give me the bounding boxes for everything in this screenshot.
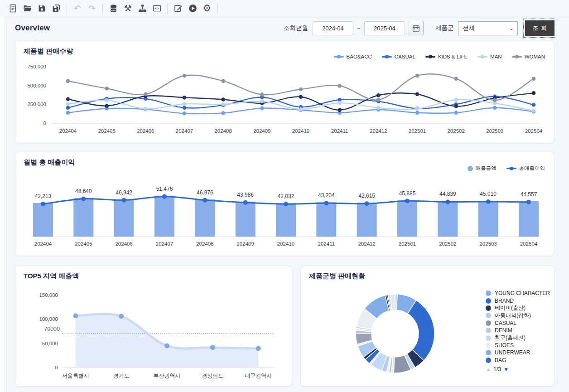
edit-icon[interactable] (171, 2, 185, 15)
legend-item-CASUAL[interactable]: CASUAL (486, 319, 550, 327)
tools-icon[interactable]: ⚒ (121, 2, 135, 15)
bar-202502[interactable] (438, 201, 458, 237)
data-point[interactable] (486, 199, 491, 204)
calendar-button[interactable] (409, 21, 424, 35)
data-point[interactable] (105, 98, 109, 102)
data-point[interactable] (532, 77, 536, 81)
save-icon[interactable] (34, 2, 49, 15)
data-point[interactable] (162, 194, 167, 199)
data-point[interactable] (454, 111, 458, 115)
legend-item-BRAND[interactable]: BRAND (486, 297, 550, 304)
data-point[interactable] (66, 111, 70, 115)
data-point[interactable] (210, 345, 215, 350)
bar-202504[interactable] (519, 201, 539, 237)
data-point[interactable] (183, 111, 187, 116)
data-point[interactable] (415, 92, 420, 97)
data-point[interactable] (66, 79, 70, 83)
bar-202408[interactable] (195, 199, 215, 237)
legend-item-아동내의(잡화)[interactable]: 아동내의(잡화) (486, 312, 550, 319)
legend-item-WOMAN[interactable]: WOMAN (512, 54, 545, 59)
legend-item-침구(홈패션)[interactable]: 침구(홈패션) (486, 334, 550, 341)
run-icon[interactable] (185, 2, 200, 15)
data-point[interactable] (221, 79, 225, 83)
data-point[interactable] (105, 104, 109, 108)
legend-item-BAG&ACC[interactable]: BAG&ACC (334, 54, 372, 59)
code-icon[interactable]: </> (149, 2, 164, 15)
data-point[interactable] (183, 96, 187, 100)
data-point[interactable] (221, 102, 225, 106)
bar-202410[interactable] (276, 203, 296, 237)
date-to-input[interactable] (364, 21, 405, 35)
bar-202406[interactable] (114, 199, 134, 237)
data-point[interactable] (493, 106, 497, 110)
data-point[interactable] (405, 199, 410, 203)
data-point[interactable] (324, 201, 328, 205)
data-point[interactable] (376, 98, 381, 102)
bar-202404[interactable] (33, 203, 53, 237)
bar-202501[interactable] (397, 200, 417, 237)
data-point[interactable] (532, 103, 536, 107)
legend-item-매출금액[interactable]: 매출금액 (468, 165, 497, 172)
data-point[interactable] (119, 314, 124, 319)
data-point[interactable] (260, 99, 264, 103)
data-point[interactable] (144, 107, 148, 111)
legend-item-SHOES[interactable]: SHOES (486, 342, 550, 349)
data-point[interactable] (105, 87, 109, 91)
legend-item-UNDERWEAR[interactable]: UNDERWEAR (486, 349, 550, 356)
data-point[interactable] (299, 95, 303, 99)
data-point[interactable] (299, 87, 303, 92)
data-point[interactable] (183, 102, 187, 106)
data-point[interactable] (183, 106, 187, 110)
data-point[interactable] (164, 344, 169, 348)
legend-item-KIDS & LIFE[interactable]: KIDS & LIFE (425, 54, 468, 59)
data-point[interactable] (73, 313, 78, 318)
bar-202412[interactable] (357, 203, 377, 237)
data-point[interactable] (260, 106, 264, 110)
data-point[interactable] (284, 202, 288, 206)
data-point[interactable] (415, 111, 420, 115)
data-point[interactable] (415, 107, 420, 111)
data-point[interactable] (81, 197, 86, 201)
data-point[interactable] (144, 92, 148, 97)
legend-item-MAN[interactable]: MAN (477, 54, 502, 59)
legend-item-DENIM[interactable]: DENIM (486, 327, 550, 334)
page-down-icon[interactable]: ▼ (503, 366, 509, 373)
data-point[interactable] (299, 107, 303, 111)
product-select[interactable]: 전체 ⌄ (458, 21, 518, 35)
data-point[interactable] (532, 109, 536, 113)
legend-item-CASUAL[interactable]: CASUAL (382, 54, 415, 59)
open-folder-icon[interactable] (20, 2, 34, 15)
search-button[interactable]: 조 회 (525, 20, 555, 36)
data-point[interactable] (256, 346, 261, 351)
bar-202409[interactable] (236, 202, 256, 237)
date-from-input[interactable] (313, 21, 353, 35)
database-icon[interactable] (106, 2, 121, 15)
data-point[interactable] (338, 84, 342, 88)
data-point[interactable] (66, 102, 70, 106)
data-point[interactable] (338, 101, 342, 105)
data-point[interactable] (243, 200, 248, 205)
data-point[interactable] (41, 202, 45, 206)
bar-202411[interactable] (316, 202, 336, 237)
data-point[interactable] (183, 74, 187, 78)
data-point[interactable] (454, 104, 458, 108)
settings-icon[interactable]: ⚙ (200, 2, 214, 15)
data-point[interactable] (376, 93, 381, 97)
data-point[interactable] (221, 97, 225, 102)
data-point[interactable] (338, 108, 342, 112)
data-point[interactable] (260, 92, 264, 97)
legend-item-YOUNG CHARACTER[interactable]: YOUNG CHARACTER (486, 290, 550, 297)
data-point[interactable] (454, 98, 458, 102)
legend-item-총매출이익[interactable]: 총매출이익 (506, 165, 545, 172)
legend-item-BAG[interactable]: BAG (486, 357, 550, 364)
page-up-icon[interactable]: ▲ (486, 366, 491, 373)
legend-item-베이비(출산)[interactable]: 베이비(출산) (486, 305, 550, 312)
data-point[interactable] (66, 106, 70, 110)
bar-202407[interactable] (154, 196, 174, 237)
new-document-icon[interactable] (5, 2, 20, 15)
data-point[interactable] (532, 91, 536, 95)
data-point[interactable] (221, 111, 225, 115)
data-point[interactable] (415, 74, 420, 78)
data-point[interactable] (66, 97, 70, 101)
data-point[interactable] (454, 77, 458, 81)
